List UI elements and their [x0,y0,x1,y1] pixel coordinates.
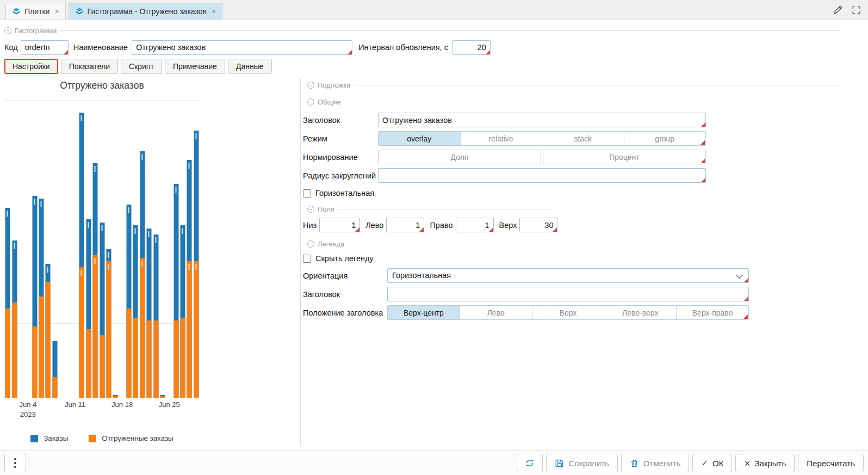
refresh-icon [525,458,535,468]
chart-bar-shipped [181,318,185,398]
group-underlay-legend: Подложка [303,81,839,89]
close-tab-icon[interactable]: × [212,7,216,16]
tabstrip: Настройки Показатели Скрипт Примечание Д… [4,59,272,74]
mode-option-overlay[interactable]: overlay [379,132,461,145]
tiles-icon [12,7,21,16]
legend-rule [60,30,841,31]
chart-bar-shipped [79,267,84,398]
doc-tab-histogram[interactable]: Гистограмма - Отгружено заказов × [69,3,223,20]
doc-tab-label: Плитки [24,7,49,16]
row-chart-title: Заголовок [303,113,864,127]
group-histogram-legend: Гистограмма [4,27,841,35]
legend-title-input[interactable] [387,287,749,301]
mode-option-group[interactable]: group [624,132,706,145]
group-legend-legend: Легенда [303,240,554,248]
chart-legend: Заказы Отгруженные заказы [4,434,200,442]
collapse-icon[interactable] [307,82,314,89]
tab-data[interactable]: Данные [228,59,272,74]
chart-bar-shipped [153,320,158,398]
margin-top-input[interactable] [519,218,557,232]
legend-label-shipped[interactable]: Отгруженные заказы [102,434,173,442]
legend-title-label: Заголовок [303,290,387,299]
close-button[interactable]: × Закрыть [735,454,795,472]
edit-pencil-icon[interactable] [833,4,844,15]
chart-preview: Отгружено заказов Jun 42023Jun 11Jun 18J… [4,78,200,446]
hide-legend-checkbox[interactable] [303,255,311,263]
orientation-select[interactable]: Горизонтальная [387,268,749,283]
row-legend-title: Заголовок [303,287,864,301]
chart-bar-shipped [160,396,165,398]
chart-bar-shipped [100,335,104,398]
cancel-button[interactable]: Отменить [621,454,690,472]
margin-right-label: Право [430,221,452,230]
chart-bar-shipped [127,309,132,398]
horizontal-checkbox[interactable] [303,189,311,198]
tab-indicators[interactable]: Показатели [61,59,118,74]
title-position-label: Положение заголовка [303,309,387,317]
menu-button[interactable] [4,454,26,472]
close-tab-icon[interactable]: × [54,7,59,16]
tab-settings[interactable]: Настройки [4,59,58,74]
legend-swatch-shipped[interactable] [89,435,96,442]
normalization-share-button[interactable]: Доля [378,150,541,164]
row-horizontal: Горизонтальная [303,189,864,198]
legend-label-orders[interactable]: Заказы [44,434,68,442]
mode-option-relative[interactable]: relative [461,132,543,145]
save-button[interactable]: Сохранить [546,454,618,472]
chevron-down-icon [736,272,743,279]
title-position-left-top[interactable]: Лево-верх [604,306,677,319]
margin-right-input[interactable] [456,218,494,232]
kebab-menu-icon [14,462,16,464]
title-position-top-center[interactable]: Верх-центр [388,306,460,319]
chart-bar-shipped [86,329,91,398]
x-tick-label: Jun 42023 [7,400,48,420]
row-hide-legend: Скрыть легенду [303,254,864,263]
row-margins: Низ Лево Право Верх [303,218,864,232]
doc-tab-tiles[interactable]: Плитки × [5,3,66,20]
normalization-percent-button[interactable]: Процент [543,150,706,164]
settings-panel: Подложка Общие Заголовок Режим overlay r… [303,78,864,320]
collapse-icon[interactable] [4,27,11,34]
collapse-icon[interactable] [307,98,314,106]
margin-bottom-input[interactable] [319,218,360,232]
name-input[interactable] [132,40,352,55]
margin-bottom-label: Низ [303,221,317,230]
title-position-top[interactable]: Верх [532,306,605,319]
mode-option-stack[interactable]: stack [542,132,624,145]
recalculate-button[interactable]: Пересчитать [798,454,864,472]
footer-toolbar: Сохранить Отменить ✓ ОК × Закрыть Пересч… [0,451,868,475]
gridline [4,100,200,101]
margin-top-label: Верх [499,221,517,230]
row-title-position: Положение заголовка Верх-центр Лево Верх… [303,305,864,320]
save-icon [555,459,564,468]
title-position-top-right[interactable]: Верх-право [677,306,748,319]
trash-icon [630,459,639,468]
chart-title-input[interactable] [378,113,706,127]
code-input[interactable] [21,40,69,55]
margin-left-input[interactable] [386,218,424,232]
fullscreen-icon[interactable] [851,5,861,15]
chart-bar-shipped [5,309,10,398]
legend-swatch-orders[interactable] [30,435,38,442]
tab-note[interactable]: Примечание [165,59,225,74]
chart-bar-shipped [12,303,17,398]
collapse-icon[interactable] [307,240,314,248]
tab-script[interactable]: Скрипт [121,59,162,74]
footer-actions: Сохранить Отменить ✓ ОК × Закрыть Пересч… [517,454,864,472]
check-icon: ✓ [701,458,708,468]
collapse-icon[interactable] [307,206,314,213]
chart-bar-shipped [106,261,111,398]
ok-button[interactable]: ✓ ОК [692,454,732,472]
refresh-button[interactable] [517,454,543,472]
interval-input[interactable] [452,40,491,55]
group-label: Гистограмма [15,27,57,35]
margin-left-label: Лево [365,221,383,230]
document-tabbar: Плитки × Гистограмма - Отгружено заказов… [0,0,868,20]
chart-bar-shipped [46,282,51,398]
title-position-left[interactable]: Лево [460,306,532,319]
title-position-segmented: Верх-центр Лево Верх Лево-верх Верх-прав… [387,305,749,320]
group-margins-legend: Поля [303,205,554,213]
radius-input[interactable] [378,168,706,183]
row-normalization: Нормирование Доля Процент [303,150,864,164]
hide-legend-label: Скрыть легенду [315,254,374,263]
